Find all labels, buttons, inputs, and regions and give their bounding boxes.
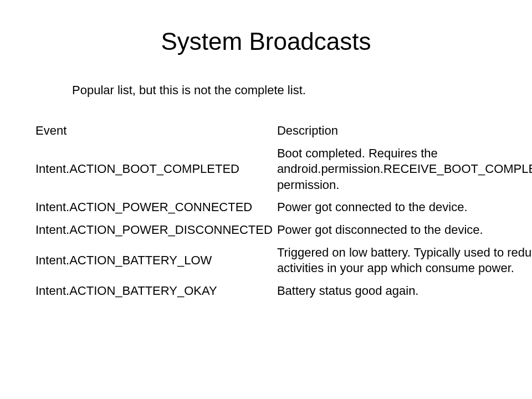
- table-header-row: Event Description: [33, 120, 532, 142]
- table-row: Intent.ACTION_POWER_CONNECTED Power got …: [33, 196, 532, 219]
- cell-event: Intent.ACTION_POWER_DISCONNECTED: [33, 219, 275, 242]
- broadcasts-table: Event Description Intent.ACTION_BOOT_COM…: [33, 120, 532, 302]
- page-title: System Broadcasts: [33, 28, 499, 55]
- cell-event: Intent.ACTION_BATTERY_LOW: [33, 242, 275, 280]
- table-row: Intent.ACTION_BATTERY_LOW Triggered on l…: [33, 242, 532, 280]
- cell-description: Battery status good again.: [275, 280, 532, 303]
- cell-description: Triggered on low battery. Typically used…: [275, 242, 532, 280]
- table-row: Intent.ACTION_BOOT_COMPLETED Boot comple…: [33, 142, 532, 197]
- cell-event: Intent.ACTION_BOOT_COMPLETED: [33, 142, 275, 197]
- table-row: Intent.ACTION_BATTERY_OKAY Battery statu…: [33, 280, 532, 303]
- cell-event: Intent.ACTION_POWER_CONNECTED: [33, 196, 275, 219]
- cell-event: Intent.ACTION_BATTERY_OKAY: [33, 280, 275, 303]
- cell-description: Power got connected to the device.: [275, 196, 532, 219]
- cell-description: Power got disconnected to the device.: [275, 219, 532, 242]
- cell-description: Boot completed. Requires the android.per…: [275, 142, 532, 197]
- table-row: Intent.ACTION_POWER_DISCONNECTED Power g…: [33, 219, 532, 242]
- subtitle-text: Popular list, but this is not the comple…: [72, 83, 499, 98]
- header-event: Event: [33, 120, 275, 142]
- header-description: Description: [275, 120, 532, 142]
